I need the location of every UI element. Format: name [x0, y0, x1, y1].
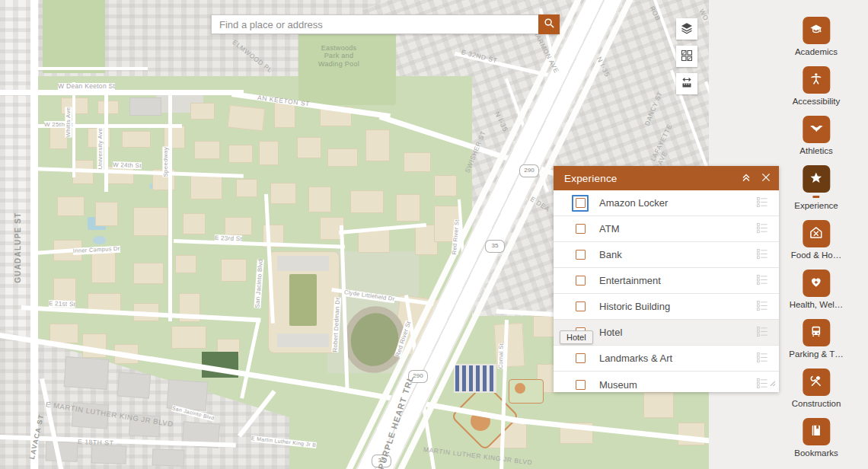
layer-label: ATM	[599, 223, 756, 234]
shape	[681, 22, 693, 34]
shape	[688, 50, 692, 55]
resize-handle[interactable]	[767, 378, 777, 391]
bus-icon	[810, 325, 823, 340]
longhorn-icon	[809, 122, 823, 138]
layer-row-amazon-locker[interactable]: Amazon Locker	[554, 190, 779, 216]
shape	[757, 249, 759, 251]
parking---t--button[interactable]	[803, 319, 830, 346]
shape	[757, 356, 759, 359]
map-mshape	[228, 105, 266, 132]
basemap-icon	[681, 49, 693, 64]
search-input[interactable]	[211, 14, 538, 34]
legend-button[interactable]	[756, 300, 779, 314]
collapse-button[interactable]	[736, 168, 756, 188]
shape	[810, 375, 823, 388]
layer-row-atm[interactable]: ATM	[554, 216, 779, 242]
experience-button[interactable]	[803, 165, 830, 193]
shape	[809, 226, 822, 239]
shape	[756, 352, 768, 363]
layers-button[interactable]	[676, 18, 697, 40]
map-mshape	[91, 251, 116, 283]
map-mshape	[277, 256, 329, 271]
shape	[756, 326, 768, 337]
search-button[interactable]	[538, 14, 560, 34]
rail-item-food---ho-: Food & Ho…	[791, 220, 841, 260]
close-button[interactable]	[756, 168, 776, 188]
food---ho--button[interactable]	[803, 220, 830, 247]
shape	[544, 18, 555, 29]
active-indicator	[812, 196, 819, 198]
shape	[681, 77, 693, 89]
legend-button[interactable]	[756, 222, 779, 236]
map-mshape	[327, 148, 358, 167]
graduation-cap-icon	[810, 23, 823, 38]
basemap-gallery-button[interactable]	[676, 46, 697, 67]
layer-row-museum[interactable]: Museum	[554, 372, 779, 392]
shape	[757, 301, 767, 310]
shape	[810, 126, 823, 132]
map-mshape	[404, 152, 431, 172]
shape	[757, 330, 759, 333]
map-mshape	[117, 372, 151, 399]
layer-label: Museum	[599, 379, 756, 391]
map-mshape	[46, 441, 78, 461]
shape	[757, 308, 759, 310]
shape	[813, 328, 819, 331]
shape	[813, 335, 819, 337]
measure-button[interactable]	[676, 73, 697, 94]
layer-checkbox[interactable]	[576, 353, 586, 363]
academics-button[interactable]	[803, 17, 830, 44]
layer-label: Landmarks & Art	[599, 353, 756, 364]
layer-checkbox[interactable]	[576, 198, 586, 208]
layer-row-landmarks---art[interactable]: Landmarks & Art	[554, 346, 779, 372]
shape	[757, 353, 759, 355]
layer-row-entertainment[interactable]: Entertainment	[554, 268, 779, 294]
shape	[810, 23, 823, 36]
shape	[757, 223, 759, 225]
rail-column: AcademicsAccessibilityAthleticsExperienc…	[789, 0, 843, 467]
rail-item-accessibility: Accessibility	[793, 66, 841, 106]
legend-button[interactable]	[756, 248, 779, 262]
panel-title: Experience	[554, 173, 736, 184]
experience-panel: Experience Amazon LockerATMBankEntertain…	[554, 166, 779, 392]
legend-button[interactable]	[756, 352, 779, 365]
shape	[757, 333, 759, 336]
legend-button[interactable]	[756, 274, 779, 288]
layer-label: Entertainment	[599, 275, 756, 286]
legend-icon	[756, 352, 768, 365]
health--wel--button[interactable]	[803, 270, 830, 297]
tools-icon	[810, 375, 823, 390]
construction-button[interactable]	[803, 368, 830, 396]
accessibility-button[interactable]	[803, 66, 830, 94]
shape	[682, 56, 687, 61]
app: 2903529035 Eastwoods Park and Wading Poo…	[0, 0, 868, 469]
layer-row-historic-building[interactable]: Historic Building	[554, 294, 779, 320]
layer-row-bank[interactable]: Bank	[554, 242, 779, 268]
layer-checkbox[interactable]	[576, 276, 586, 286]
athletics-button[interactable]	[803, 116, 830, 143]
map-mshape	[34, 67, 148, 70]
shape	[812, 426, 820, 436]
legend-button[interactable]	[756, 196, 779, 210]
bookmarks-button[interactable]	[803, 418, 830, 445]
checkbox-wrap	[572, 221, 589, 238]
layer-checkbox[interactable]	[576, 224, 586, 234]
map-mshape	[308, 187, 331, 212]
search-icon	[544, 18, 555, 31]
rail-item-label: Food & Ho…	[791, 250, 841, 260]
shape	[810, 325, 823, 338]
layer-checkbox[interactable]	[576, 302, 586, 311]
shape	[809, 122, 823, 136]
legend-button[interactable]	[756, 326, 779, 340]
map-mshape	[289, 274, 317, 326]
shape	[681, 49, 693, 62]
layer-checkbox[interactable]	[576, 250, 586, 260]
shape	[810, 424, 823, 437]
legend-icon	[756, 222, 768, 236]
shape	[816, 376, 820, 380]
map-mshape	[277, 333, 329, 347]
rail-item-label: Bookmarks	[794, 448, 838, 458]
layer-checkbox[interactable]	[576, 380, 586, 390]
map-mshape	[167, 379, 209, 411]
map-mshape	[494, 323, 525, 368]
